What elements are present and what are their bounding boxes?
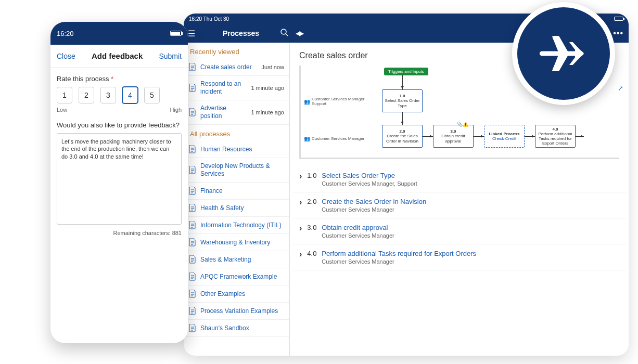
- recent-item[interactable]: Create sales orderJust now: [184, 59, 289, 76]
- process-item-label: APQC Framework Example: [200, 273, 277, 281]
- activity-role: Customer Services Manager: [322, 258, 476, 265]
- process-item[interactable]: APQC Framework Example: [184, 268, 289, 285]
- phone-status-bar: 16:20: [50, 22, 188, 45]
- people-icon: 👥: [304, 99, 310, 105]
- process-item[interactable]: Information Technology (ITIL): [184, 217, 289, 234]
- diagram-arrow: [402, 75, 403, 89]
- process-item-label: Finance: [200, 187, 223, 195]
- process-list-panel: Recently viewed Create sales orderJust n…: [184, 43, 290, 356]
- process-item-label: Warehousing & Inventory: [200, 239, 270, 246]
- section-all-processes: All processes: [184, 125, 289, 141]
- activity-row[interactable]: ›4.0Perform additional Tasks required fo…: [292, 244, 627, 270]
- diagram-arrow: [402, 112, 403, 125]
- rating-button-3[interactable]: 3: [100, 87, 116, 103]
- activity-number: 3.0: [307, 224, 322, 231]
- activity-row[interactable]: ›1.0Select Sales Order TypeCustomer Serv…: [292, 166, 627, 192]
- recent-item[interactable]: Respond to an incident1 minute ago: [184, 76, 289, 100]
- activity-role: Customer Services Manager, Support: [322, 180, 417, 187]
- rating-button-4[interactable]: 4: [122, 87, 138, 103]
- diagram-step-linked[interactable]: Linked Process Check Credit: [484, 125, 525, 148]
- diagram-step[interactable]: 1.0 Select Sales Order Type: [382, 89, 423, 112]
- recent-item-label: Create sales order: [200, 63, 252, 71]
- modal-title: Add feedback: [75, 51, 159, 60]
- phone-status-time: 16:20: [57, 30, 74, 37]
- diagram-step[interactable]: 4.0 Perform additional Tasks required fo…: [535, 125, 576, 148]
- search-icon[interactable]: [280, 28, 288, 38]
- swimlane-label-2: 👥 Customer Services Manager: [304, 136, 364, 141]
- phone-header: Close Add feedback Submit: [50, 45, 188, 68]
- activity-row[interactable]: ›2.0Create the Sales Order in NavisionCu…: [292, 192, 627, 218]
- process-item-label: Information Technology (ITIL): [200, 222, 282, 229]
- feedback-textarea[interactable]: [57, 133, 182, 225]
- diagram-arrow: [576, 136, 584, 137]
- tablet-status-time: 16:20 Thu Oct 30: [189, 16, 229, 22]
- activity-role: Customer Services Manager: [322, 206, 426, 213]
- process-item[interactable]: Process Variation Examples: [184, 303, 289, 320]
- activity-name: Create the Sales Order in Navision: [322, 198, 426, 205]
- feedback-label: Would you also like to provide feedback?: [57, 121, 182, 129]
- close-button[interactable]: Close: [57, 52, 75, 60]
- feedback-form: Rate this process * 12345 Low High Would…: [50, 68, 188, 243]
- split-view-icon[interactable]: ◀▶: [296, 30, 303, 37]
- chevron-right-icon: ›: [299, 250, 302, 259]
- section-recently-viewed: Recently viewed: [184, 43, 289, 59]
- activity-role: Customer Services Manager: [322, 232, 394, 239]
- legend-low: Low: [57, 107, 67, 113]
- phone-device: 16:20 Close Add feedback Submit Rate thi…: [50, 22, 188, 343]
- process-item[interactable]: Sales & Marketing: [184, 251, 289, 268]
- airplane-mode-badge: [512, 2, 615, 105]
- process-item-label: Develop New Products & Services: [200, 162, 284, 178]
- warning-icon: 📎⚠️: [457, 122, 468, 127]
- recent-item-time: 1 minute ago: [248, 109, 284, 115]
- submit-button[interactable]: Submit: [159, 52, 182, 60]
- process-item[interactable]: Finance: [184, 183, 289, 200]
- tablet-header-title: Processes: [205, 29, 277, 37]
- process-item-label: Sales & Marketing: [200, 256, 251, 264]
- battery-icon: [614, 17, 623, 21]
- chevron-right-icon: ›: [299, 224, 302, 233]
- process-item[interactable]: Health & Safety: [184, 200, 289, 217]
- process-item-label: Shaun's Sandbox: [200, 324, 249, 332]
- trigger-box[interactable]: Triggers and Inputs: [384, 68, 428, 75]
- activity-name: Obtain credit approval: [322, 224, 394, 231]
- rating-button-1[interactable]: 1: [57, 87, 72, 103]
- svg-line-1: [286, 34, 288, 36]
- process-item[interactable]: Other Examples: [184, 285, 289, 303]
- chevron-right-icon: ›: [299, 198, 302, 207]
- recent-item-label: Respond to an incident: [200, 80, 248, 96]
- process-item-label: Health & Safety: [200, 204, 244, 212]
- diagram-arrow: [423, 136, 433, 137]
- activity-name: Perform additional Tasks required for Ex…: [322, 250, 476, 257]
- process-item[interactable]: Human Resources: [184, 141, 289, 158]
- activity-row[interactable]: ›3.0Obtain credit approvalCustomer Servi…: [292, 218, 627, 244]
- rating-button-5[interactable]: 5: [144, 87, 160, 103]
- activity-list: ›1.0Select Sales Order TypeCustomer Serv…: [292, 166, 627, 270]
- svg-point-0: [281, 29, 286, 34]
- chevron-right-icon: ›: [299, 172, 302, 181]
- process-item[interactable]: Warehousing & Inventory: [184, 234, 289, 251]
- battery-icon: [170, 31, 182, 36]
- diagram-step[interactable]: 2.0 Create the Sales Order in Navision: [382, 125, 423, 148]
- process-item[interactable]: Develop New Products & Services: [184, 158, 289, 183]
- process-item[interactable]: Shaun's Sandbox: [184, 320, 289, 337]
- process-item-label: Process Variation Examples: [200, 307, 278, 315]
- activity-number: 4.0: [307, 250, 322, 257]
- process-item-label: Human Resources: [200, 146, 252, 153]
- more-icon[interactable]: •••: [613, 29, 623, 38]
- airplane-icon: [535, 25, 592, 82]
- rating-button-2[interactable]: 2: [79, 87, 94, 103]
- rating-buttons: 12345: [57, 87, 182, 103]
- diagram-arrow: [525, 136, 535, 137]
- rating-legend: Low High: [57, 107, 182, 113]
- remaining-chars: Remaining characters: 881: [57, 230, 182, 236]
- people-icon: 👥: [304, 136, 310, 141]
- recent-item-label: Advertise position: [200, 105, 248, 120]
- activity-number: 1.0: [307, 172, 322, 179]
- recent-item-time: Just now: [259, 64, 284, 70]
- legend-high: High: [170, 107, 182, 113]
- recent-item[interactable]: Advertise position1 minute ago: [184, 100, 289, 125]
- process-item-label: Other Examples: [200, 290, 245, 298]
- rate-label: Rate this process *: [57, 75, 182, 83]
- activity-name: Select Sales Order Type: [322, 172, 417, 179]
- diagram-step[interactable]: 3.0 Obtain credit approval: [433, 125, 474, 148]
